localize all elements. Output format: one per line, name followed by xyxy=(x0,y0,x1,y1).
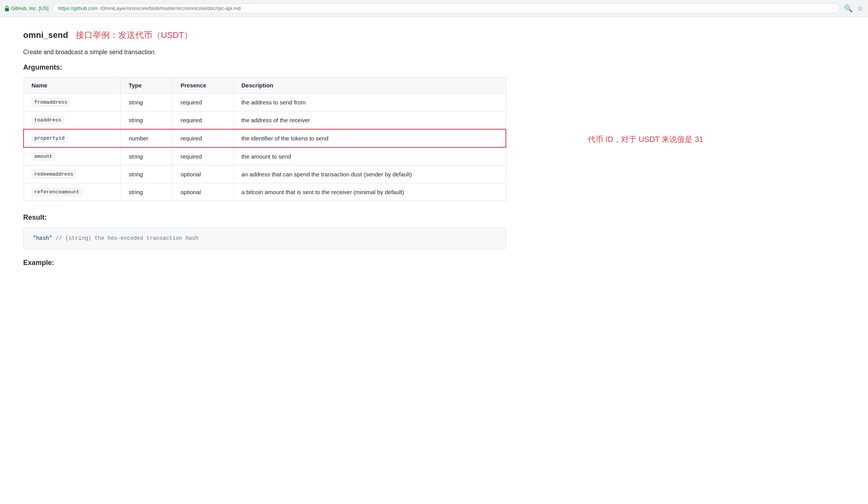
search-icon[interactable]: 🔍 xyxy=(844,4,853,13)
cell-type: string xyxy=(121,183,172,201)
result-code-comment: // (string) the hex-encoded transaction … xyxy=(56,235,199,241)
example-heading: Example: xyxy=(23,259,518,267)
cell-description: a bitcoin amount that is sent to the rec… xyxy=(233,183,506,201)
table-row: fromaddressstringrequiredthe address to … xyxy=(24,94,506,111)
cell-name: referenceamount xyxy=(24,183,121,201)
main-content: omni_send 接口举例：发送代币（USDT） Create and bro… xyxy=(0,17,541,285)
cell-type: string xyxy=(121,94,172,111)
url-path: /OmniLayer/omnicore/blob/master/src/omni… xyxy=(100,5,240,11)
arguments-table: Name Type Presence Description fromaddre… xyxy=(23,77,506,201)
page-description: Create and broadcast a simple send trans… xyxy=(23,49,518,56)
cell-type: number xyxy=(121,129,172,147)
cell-description: an address that can spend the transactio… xyxy=(233,166,506,183)
page-title-row: omni_send 接口举例：发送代币（USDT） xyxy=(23,29,518,41)
col-header-type: Type xyxy=(121,77,172,94)
col-header-name: Name xyxy=(24,77,121,94)
browser-chrome: GitHub, Inc. [US] https://github.com /Om… xyxy=(0,0,868,17)
table-row: redeemaddressstringoptionalan address th… xyxy=(24,166,506,183)
propertyid-annotation: 代币 ID，对于 USDT 来说值是 31 xyxy=(588,134,703,144)
cell-type: string xyxy=(121,111,172,130)
cell-description: the address to send from xyxy=(233,94,506,111)
table-row: toaddressstringrequiredthe address of th… xyxy=(24,111,506,130)
cell-presence: required xyxy=(173,94,233,111)
col-header-description: Description xyxy=(233,77,506,94)
cell-description: the amount to send xyxy=(233,147,506,166)
page-title-main: omni_send xyxy=(23,30,68,40)
cell-presence: optional xyxy=(173,183,233,201)
cell-description: the address of the receiver xyxy=(233,111,506,130)
svg-rect-0 xyxy=(5,8,9,11)
lock-icon xyxy=(5,6,9,11)
cell-name: redeemaddress xyxy=(24,166,121,183)
cell-description: the identifier of the tokens to send xyxy=(233,129,506,147)
result-section: Result: "hash" // (string) the hex-encod… xyxy=(23,214,518,249)
browser-action-buttons: 🔍 ☆ xyxy=(844,4,863,13)
cell-presence: required xyxy=(173,129,233,147)
cell-name: propertyid xyxy=(24,129,121,147)
address-bar[interactable]: https://github.com /OmniLayer/omnicore/b… xyxy=(53,3,840,13)
result-code-block: "hash" // (string) the hex-encoded trans… xyxy=(23,227,506,249)
cell-type: string xyxy=(121,166,172,183)
table-row: propertyidnumberrequiredthe identifier o… xyxy=(24,129,506,147)
cell-name: toaddress xyxy=(24,111,121,130)
result-code-string: "hash" xyxy=(33,235,52,241)
cell-presence: required xyxy=(173,111,233,130)
cell-presence: required xyxy=(173,147,233,166)
page-title-sub: 接口举例：发送代币（USDT） xyxy=(76,29,192,41)
table-header-row: Name Type Presence Description xyxy=(24,77,506,94)
cell-type: string xyxy=(121,147,172,166)
cell-name: fromaddress xyxy=(24,94,121,111)
arguments-heading: Arguments: xyxy=(23,63,518,72)
table-row: amountstringrequiredthe amount to send xyxy=(24,147,506,166)
result-heading: Result: xyxy=(23,214,518,222)
table-row: referenceamountstringoptionala bitcoin a… xyxy=(24,183,506,201)
url-origin: https://github.com xyxy=(58,5,98,11)
security-indicator: GitHub, Inc. [US] xyxy=(5,5,49,11)
cell-presence: optional xyxy=(173,166,233,183)
cell-name: amount xyxy=(24,147,121,166)
arguments-section: Name Type Presence Description fromaddre… xyxy=(23,77,518,201)
col-header-presence: Presence xyxy=(173,77,233,94)
bookmark-icon[interactable]: ☆ xyxy=(857,4,863,13)
